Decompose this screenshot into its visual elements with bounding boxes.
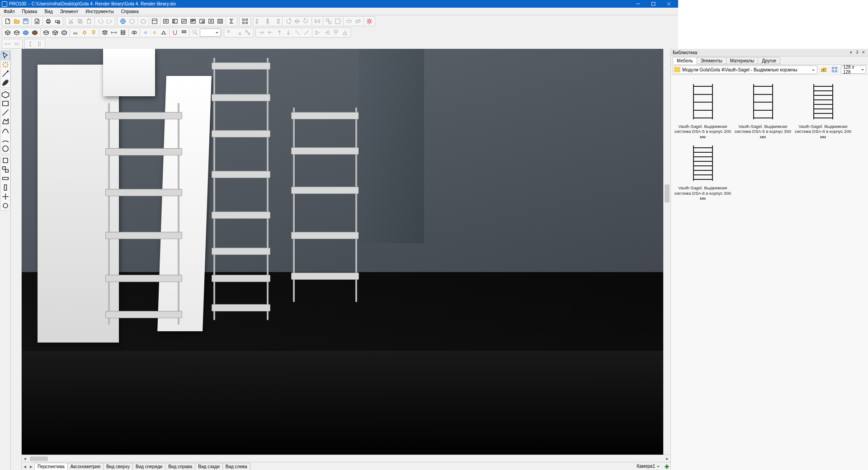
mod-b[interactable] <box>1 165 10 174</box>
3d-button[interactable] <box>139 17 148 26</box>
grid-toggle-button[interactable] <box>118 28 127 37</box>
push-a5[interactable] <box>293 28 302 37</box>
constraint-3[interactable] <box>243 28 252 37</box>
shape-line[interactable] <box>1 108 10 117</box>
view-mode-a[interactable] <box>42 28 51 37</box>
globe-button[interactable] <box>118 17 127 26</box>
layers-button[interactable] <box>100 28 109 37</box>
cut-button[interactable] <box>66 17 75 26</box>
shape-curve[interactable] <box>1 126 10 135</box>
constraint-2[interactable] <box>234 28 243 37</box>
distribute-button[interactable] <box>313 17 322 26</box>
library-path-combo[interactable] <box>673 66 678 74</box>
shape-arc[interactable] <box>1 135 10 144</box>
eye-view-a[interactable] <box>344 17 354 26</box>
push-a1[interactable] <box>257 28 266 37</box>
show-label-button[interactable]: Aa <box>71 28 80 37</box>
snap-face-button[interactable] <box>159 28 168 37</box>
viewport-scroll-vertical[interactable] <box>663 49 670 367</box>
snap-grid-button[interactable] <box>179 28 189 37</box>
group-a[interactable] <box>324 17 333 26</box>
library-item[interactable]: Vauth-Sagel. Выдвижная система DSA-5 в к… <box>673 80 678 141</box>
eye-button[interactable] <box>130 28 139 37</box>
copy-button[interactable] <box>75 17 85 26</box>
push-a3[interactable] <box>275 28 284 37</box>
zoom-button[interactable] <box>191 28 200 37</box>
view-wire-button[interactable] <box>3 28 12 37</box>
report-1-button[interactable] <box>161 17 170 26</box>
meas-v[interactable] <box>26 39 35 48</box>
menu-tools[interactable]: Инструменты <box>82 8 117 15</box>
push-b4[interactable] <box>340 28 349 37</box>
menu-element[interactable]: Элемент <box>56 8 82 15</box>
viewport[interactable] <box>22 49 663 367</box>
mod-d[interactable] <box>1 183 10 192</box>
globe-alt-button[interactable] <box>127 17 137 26</box>
align-a2[interactable] <box>263 17 272 26</box>
select-tool[interactable] <box>1 51 10 60</box>
shape-misc[interactable] <box>1 144 10 153</box>
library-tab-furniture[interactable]: Мебель <box>673 57 678 64</box>
rotate-left-button[interactable] <box>283 17 292 26</box>
push-a2[interactable] <box>266 28 275 37</box>
view-shaded-button[interactable] <box>21 28 30 37</box>
show-light-button[interactable] <box>89 28 98 37</box>
report-6-button[interactable] <box>207 17 216 26</box>
push-a4[interactable] <box>284 28 293 37</box>
group-b[interactable] <box>333 17 342 26</box>
constraint-1[interactable] <box>225 28 234 37</box>
dimension-button[interactable] <box>109 28 118 37</box>
maximize-button[interactable] <box>646 0 661 8</box>
minimize-button[interactable] <box>630 0 646 8</box>
save-button[interactable] <box>21 17 30 26</box>
shape-poly[interactable] <box>1 117 10 126</box>
report-4-button[interactable] <box>189 17 198 26</box>
report-7-button[interactable] <box>216 17 225 26</box>
settings-gear-button[interactable] <box>365 17 374 26</box>
shape-rect[interactable] <box>1 99 10 108</box>
view-hidden-button[interactable] <box>12 28 21 37</box>
show-axis-button[interactable] <box>80 28 89 37</box>
print-preview-button[interactable] <box>53 17 62 26</box>
move-center-button[interactable] <box>292 17 302 26</box>
mod-e[interactable] <box>1 192 10 201</box>
view-textured-button[interactable] <box>30 28 39 37</box>
menu-edit[interactable]: Правка <box>19 8 41 15</box>
redo-button[interactable] <box>105 17 114 26</box>
push-b1[interactable] <box>313 28 322 37</box>
menu-help[interactable]: Справка <box>118 8 142 15</box>
meas-b[interactable] <box>12 39 21 48</box>
window-list-button[interactable] <box>150 17 159 26</box>
eye-view-b[interactable] <box>354 17 363 26</box>
push-b2[interactable] <box>322 28 331 37</box>
granular-1-button[interactable] <box>241 17 250 26</box>
meas-a[interactable] <box>3 39 12 48</box>
paint-tool[interactable] <box>1 78 10 87</box>
align-a3[interactable] <box>272 17 281 26</box>
report-3-button[interactable] <box>179 17 189 26</box>
print-button[interactable] <box>44 17 53 26</box>
snap-point-button[interactable] <box>141 28 150 37</box>
rotate-right-button[interactable] <box>302 17 311 26</box>
menu-view[interactable]: Вид <box>41 8 56 15</box>
zoom-combo[interactable] <box>200 28 221 37</box>
light-tool[interactable] <box>1 60 10 69</box>
open-file-button[interactable] <box>12 17 21 26</box>
view-mode-c[interactable] <box>60 28 69 37</box>
mod-a[interactable] <box>1 156 10 165</box>
align-a1[interactable] <box>254 17 263 26</box>
push-a6[interactable] <box>302 28 311 37</box>
push-b3[interactable] <box>331 28 340 37</box>
magnet-button[interactable] <box>170 28 179 37</box>
snap-edge-button[interactable] <box>150 28 159 37</box>
library-grid[interactable]: Vauth-Sagel. Выдвижная система DSA-5 в к… <box>671 75 678 367</box>
report-5-button[interactable] <box>198 17 207 26</box>
library-item[interactable]: Vauth-Sagel. Выдвижная система DSA-8 в к… <box>673 141 678 202</box>
mod-f[interactable] <box>1 201 10 210</box>
new-file-button[interactable] <box>3 17 12 26</box>
menu-file[interactable]: Файл <box>0 8 19 15</box>
export-button[interactable] <box>33 17 42 26</box>
meas-z[interactable] <box>35 39 44 48</box>
mod-c[interactable] <box>1 174 10 183</box>
paste-button[interactable] <box>85 17 94 26</box>
